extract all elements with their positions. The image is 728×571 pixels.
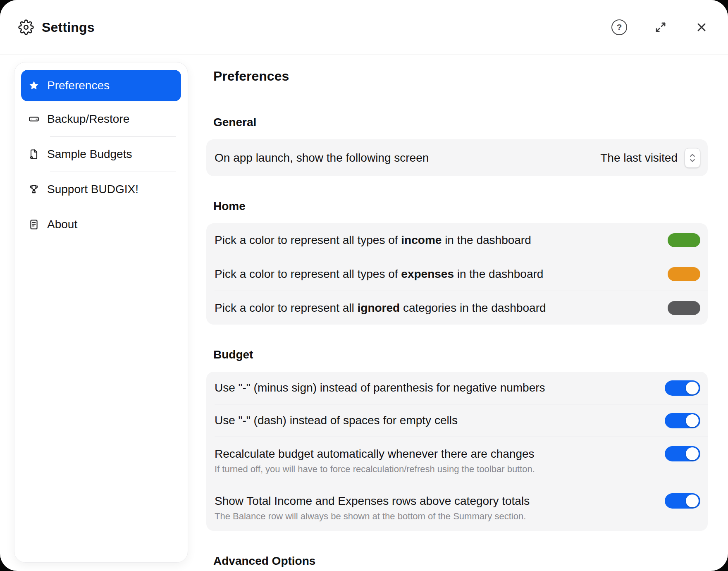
chevron-up-down-icon bbox=[685, 148, 700, 168]
expenses-color-swatch[interactable] bbox=[668, 267, 700, 281]
sidebar-item-label: Backup/Restore bbox=[47, 112, 129, 126]
launch-screen-value: The last visited bbox=[600, 151, 678, 165]
expenses-color-label: Pick a color to represent all types of e… bbox=[215, 267, 543, 281]
sidebar-item-preferences[interactable]: Preferences bbox=[21, 70, 181, 101]
income-color-label: Pick a color to represent all types of i… bbox=[215, 233, 531, 247]
income-color-swatch[interactable] bbox=[668, 233, 700, 247]
auto-recalculate-subtitle: If turned off, you will have to force re… bbox=[215, 464, 700, 475]
divider bbox=[206, 92, 708, 92]
ignored-color-label: Pick a color to represent all ignored ca… bbox=[215, 301, 546, 315]
star-icon bbox=[28, 79, 40, 92]
sidebar-item-label: Support BUDGIX! bbox=[47, 183, 138, 196]
totals-above-subtitle: The Balance row will always be shown at … bbox=[215, 511, 700, 522]
auto-recalculate-label: Recalculate budget automatically wheneve… bbox=[215, 447, 535, 461]
toggle-knob bbox=[686, 382, 699, 394]
document-gear-icon bbox=[28, 148, 40, 160]
totals-above-label: Show Total Income and Expenses rows abov… bbox=[215, 494, 530, 508]
expand-diagonal-icon bbox=[653, 19, 668, 35]
auto-recalculate-toggle[interactable] bbox=[665, 446, 700, 461]
totals-above-toggle[interactable] bbox=[665, 493, 700, 509]
launch-screen-row: On app launch, show the following screen… bbox=[206, 139, 708, 176]
dash-empty-cells-row: Use "-" (dash) instead of spaces for emp… bbox=[206, 404, 708, 437]
sidebar-item-backup-restore[interactable]: Backup/Restore bbox=[21, 104, 181, 134]
ignored-color-swatch[interactable] bbox=[668, 301, 700, 315]
toggle-knob bbox=[686, 414, 699, 427]
minus-sign-row: Use "-" (minus sign) instead of parenthe… bbox=[206, 372, 708, 404]
help-button[interactable]: ? bbox=[611, 19, 627, 35]
auto-recalculate-row: Recalculate budget automatically wheneve… bbox=[206, 437, 708, 484]
sidebar-item-sample-budgets[interactable]: Sample Budgets bbox=[21, 139, 181, 170]
external-drive-icon bbox=[28, 113, 40, 125]
general-group: On app launch, show the following screen… bbox=[206, 139, 708, 176]
gear-icon bbox=[18, 19, 34, 35]
section-heading-home: Home bbox=[213, 199, 708, 213]
trophy-icon bbox=[28, 183, 40, 196]
main-content: Preferences General On app launch, show … bbox=[206, 62, 708, 571]
expand-button[interactable] bbox=[653, 19, 668, 35]
dash-empty-cells-toggle[interactable] bbox=[665, 413, 700, 428]
dash-empty-cells-label: Use "-" (dash) instead of spaces for emp… bbox=[215, 413, 458, 428]
settings-window: Settings ? bbox=[0, 0, 728, 571]
titlebar: Settings ? bbox=[0, 0, 728, 55]
home-group: Pick a color to represent all types of i… bbox=[206, 223, 708, 325]
divider bbox=[50, 172, 176, 172]
sidebar-item-support[interactable]: Support BUDGIX! bbox=[21, 174, 181, 205]
section-heading-budget: Budget bbox=[213, 348, 708, 362]
toggle-knob bbox=[686, 495, 699, 507]
titlebar-controls: ? bbox=[611, 19, 709, 35]
question-glyph: ? bbox=[617, 22, 622, 32]
sidebar: Preferences Backup/Restore bbox=[14, 62, 188, 563]
sidebar-item-about[interactable]: About bbox=[21, 209, 181, 240]
divider bbox=[50, 207, 176, 207]
launch-screen-label: On app launch, show the following screen bbox=[215, 151, 429, 165]
divider bbox=[50, 136, 176, 137]
minus-sign-label: Use "-" (minus sign) instead of parenthe… bbox=[215, 381, 545, 395]
sidebar-item-label: Sample Budgets bbox=[47, 148, 132, 161]
question-mark-icon: ? bbox=[611, 19, 627, 35]
row-top: Recalculate budget automatically wheneve… bbox=[215, 446, 700, 461]
close-icon bbox=[694, 20, 709, 35]
minus-sign-toggle[interactable] bbox=[665, 380, 700, 396]
launch-screen-select[interactable]: The last visited bbox=[600, 148, 700, 168]
sidebar-item-label: About bbox=[47, 218, 77, 231]
totals-above-row: Show Total Income and Expenses rows abov… bbox=[206, 484, 708, 531]
desktop-background: Settings ? bbox=[0, 0, 728, 571]
toggle-knob bbox=[686, 447, 699, 460]
window-title: Settings bbox=[42, 20, 95, 35]
close-button[interactable] bbox=[694, 20, 709, 35]
page-title: Preferences bbox=[213, 68, 708, 84]
income-color-row: Pick a color to represent all types of i… bbox=[206, 223, 708, 257]
ignored-color-row: Pick a color to represent all ignored ca… bbox=[206, 291, 708, 325]
document-text-icon bbox=[28, 218, 40, 231]
section-heading-general: General bbox=[213, 115, 708, 129]
row-top: Show Total Income and Expenses rows abov… bbox=[215, 493, 700, 509]
titlebar-left: Settings bbox=[18, 19, 95, 35]
budget-group: Use "-" (minus sign) instead of parenthe… bbox=[206, 372, 708, 531]
section-heading-advanced: Advanced Options bbox=[213, 554, 708, 568]
expenses-color-row: Pick a color to represent all types of e… bbox=[206, 257, 708, 291]
sidebar-item-label: Preferences bbox=[47, 79, 110, 92]
